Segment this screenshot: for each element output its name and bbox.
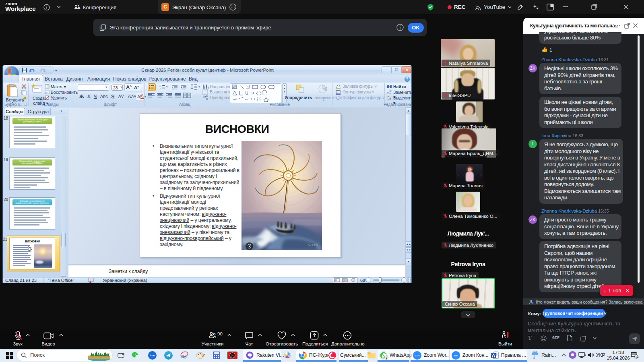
svg-text:1: 1	[159, 85, 161, 87]
svg-text:14: 14	[636, 356, 639, 358]
svg-text:a: a	[387, 91, 389, 94]
svg-text:C. Barto: C. Barto	[308, 243, 318, 246]
svg-text:b: b	[390, 90, 392, 93]
svg-text:2: 2	[159, 87, 161, 90]
